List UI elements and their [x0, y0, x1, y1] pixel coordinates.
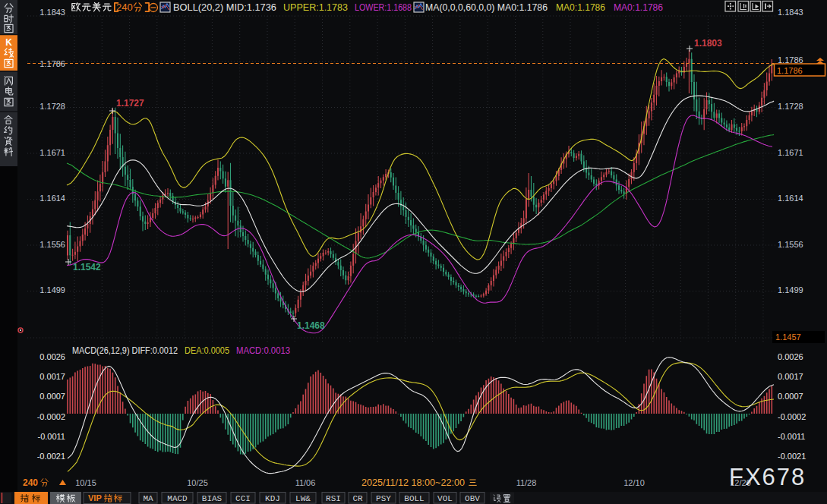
svg-text:2025/11/12 18:00~22:00: 2025/11/12 18:00~22:00 [361, 477, 465, 488]
svg-text:1.1671: 1.1671 [778, 148, 803, 157]
svg-text:240: 240 [23, 477, 38, 488]
svg-text:1.1728: 1.1728 [39, 102, 65, 111]
svg-text:1.1786: 1.1786 [778, 55, 803, 65]
svg-text:1.1457: 1.1457 [775, 332, 801, 342]
svg-text:-0.0011: -0.0011 [778, 432, 806, 441]
svg-text:-0.0002: -0.0002 [37, 412, 65, 421]
svg-text:-0.0021: -0.0021 [778, 452, 806, 461]
svg-text:1.1803: 1.1803 [694, 38, 722, 49]
svg-text:-0.0011: -0.0011 [38, 432, 66, 441]
svg-text:-0.0021: -0.0021 [37, 452, 65, 461]
svg-text:1.1614: 1.1614 [39, 194, 65, 203]
svg-text:1.1671: 1.1671 [39, 148, 65, 157]
svg-text:1.1843: 1.1843 [39, 8, 65, 17]
svg-text:KDJ: KDJ [265, 494, 280, 503]
svg-text:-0.0002: -0.0002 [778, 412, 806, 421]
svg-text:CCI: CCI [235, 494, 251, 503]
svg-text:MACD(26,12,9) DIFF:0.0012: MACD(26,12,9) DIFF:0.0012 [72, 345, 178, 356]
svg-text:0.0007: 0.0007 [39, 392, 65, 401]
svg-text:10/15: 10/15 [75, 478, 96, 487]
svg-text:0.0026: 0.0026 [778, 352, 803, 361]
svg-text:MACD:0.0013: MACD:0.0013 [236, 345, 290, 356]
svg-text:UPPER:1.1783: UPPER:1.1783 [283, 2, 348, 13]
svg-text:0.0017: 0.0017 [778, 372, 803, 381]
svg-text:RSI: RSI [326, 494, 341, 503]
svg-text:MA0:1.1786: MA0:1.1786 [614, 2, 663, 13]
svg-text:10/25: 10/25 [187, 478, 208, 487]
svg-text:MACD: MACD [167, 494, 188, 503]
svg-text:1.1786: 1.1786 [39, 59, 65, 68]
svg-text:MA(0,0,0,60,0,0) MA0:1.1786: MA(0,0,0,60,0,0) MA0:1.1786 [425, 2, 548, 13]
svg-text:VOL: VOL [437, 494, 453, 503]
svg-text:DEA:0.0005: DEA:0.0005 [185, 345, 229, 356]
svg-text:BOLL(20,2) MID:1.1736: BOLL(20,2) MID:1.1736 [173, 2, 276, 13]
svg-text:1.1843: 1.1843 [778, 8, 803, 17]
svg-text:VIP: VIP [88, 493, 102, 502]
svg-text:LOWER:1.1688: LOWER:1.1688 [355, 2, 412, 13]
svg-text:BIAS: BIAS [202, 494, 223, 503]
svg-text:CR: CR [352, 494, 363, 503]
svg-text:1.1556: 1.1556 [778, 240, 803, 249]
svg-text:MA0:1.1786: MA0:1.1786 [556, 2, 605, 13]
svg-text:240: 240 [116, 2, 133, 13]
svg-text:K: K [5, 37, 12, 48]
svg-text:11/28: 11/28 [516, 478, 537, 487]
svg-text:1.1614: 1.1614 [778, 194, 803, 203]
svg-text:1.1499: 1.1499 [39, 285, 65, 295]
svg-text:12/10: 12/10 [623, 478, 645, 487]
svg-text:1.1499: 1.1499 [778, 285, 803, 295]
svg-text:FX678: FX678 [729, 464, 806, 490]
svg-text:LW&: LW& [295, 494, 311, 503]
svg-text:1.1468: 1.1468 [297, 320, 325, 331]
svg-text:1.1542: 1.1542 [73, 262, 101, 272]
svg-text:1.1556: 1.1556 [39, 240, 65, 249]
svg-text:1.1728: 1.1728 [778, 102, 803, 111]
svg-text:0.0007: 0.0007 [778, 392, 803, 401]
svg-text:BOLL: BOLL [404, 494, 424, 503]
svg-text:MA: MA [143, 494, 153, 503]
svg-text:0.0026: 0.0026 [39, 352, 65, 361]
svg-text:0.0017: 0.0017 [39, 372, 65, 381]
svg-text:1.1727: 1.1727 [116, 98, 144, 109]
svg-text:PSY: PSY [376, 494, 391, 503]
svg-text:1.1786: 1.1786 [777, 66, 803, 75]
svg-text:11/06: 11/06 [295, 478, 316, 487]
svg-text:OBV: OBV [465, 494, 480, 503]
